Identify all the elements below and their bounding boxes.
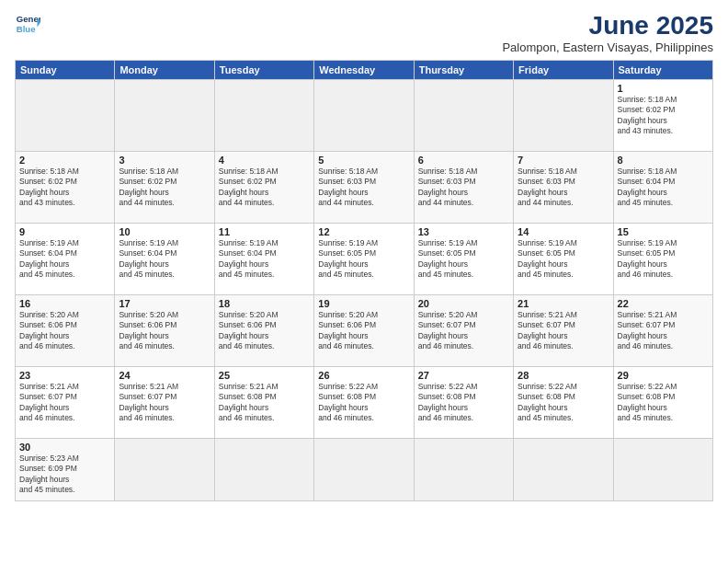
day-info: Sunrise: 5:19 AM Sunset: 6:05 PM Dayligh… — [518, 238, 609, 281]
day-number: 25 — [219, 370, 310, 381]
day-number: 19 — [318, 298, 409, 309]
day-info: Sunrise: 5:19 AM Sunset: 6:05 PM Dayligh… — [318, 238, 409, 281]
table-row: 8 Sunrise: 5:18 AM Sunset: 6:04 PM Dayli… — [613, 152, 712, 224]
day-number: 23 — [19, 370, 110, 381]
col-thursday: Thursday — [414, 61, 513, 80]
day-info: Sunrise: 5:18 AM Sunset: 6:03 PM Dayligh… — [318, 167, 409, 209]
table-row: 15 Sunrise: 5:19 AM Sunset: 6:05 PM Dayl… — [613, 224, 712, 295]
day-number: 14 — [518, 226, 609, 237]
day-number: 12 — [318, 226, 409, 237]
header-row: Sunday Monday Tuesday Wednesday Thursday… — [16, 61, 713, 80]
calendar-table: Sunday Monday Tuesday Wednesday Thursday… — [15, 60, 713, 501]
day-number: 16 — [19, 298, 110, 309]
day-number: 21 — [518, 298, 609, 309]
table-row: 19 Sunrise: 5:20 AM Sunset: 6:06 PM Dayl… — [314, 295, 414, 367]
table-row: 23 Sunrise: 5:21 AM Sunset: 6:07 PM Dayl… — [16, 367, 115, 439]
table-row: 13 Sunrise: 5:19 AM Sunset: 6:05 PM Dayl… — [414, 224, 513, 295]
day-number: 20 — [418, 298, 509, 309]
table-row: 29 Sunrise: 5:22 AM Sunset: 6:08 PM Dayl… — [613, 367, 712, 439]
day-number: 17 — [119, 298, 210, 309]
day-number: 2 — [19, 155, 110, 166]
day-info: Sunrise: 5:18 AM Sunset: 6:03 PM Dayligh… — [518, 167, 609, 209]
day-number: 24 — [119, 370, 210, 381]
table-row — [514, 439, 613, 501]
day-number: 9 — [19, 226, 110, 237]
table-row: 6 Sunrise: 5:18 AM Sunset: 6:03 PM Dayli… — [414, 152, 513, 224]
day-number: 18 — [219, 298, 310, 309]
table-row: 12 Sunrise: 5:19 AM Sunset: 6:05 PM Dayl… — [314, 224, 414, 295]
table-row: 30 Sunrise: 5:23 AM Sunset: 6:09 PM Dayl… — [16, 439, 115, 501]
header: General Blue June 2025 Palompon, Eastern… — [15, 11, 713, 54]
col-tuesday: Tuesday — [214, 61, 313, 80]
table-row: 2 Sunrise: 5:18 AM Sunset: 6:02 PM Dayli… — [16, 152, 115, 224]
table-row: 17 Sunrise: 5:20 AM Sunset: 6:06 PM Dayl… — [115, 295, 214, 367]
table-row: 26 Sunrise: 5:22 AM Sunset: 6:08 PM Dayl… — [314, 367, 414, 439]
col-friday: Friday — [514, 61, 613, 80]
day-info: Sunrise: 5:18 AM Sunset: 6:02 PM Dayligh… — [219, 167, 310, 209]
day-info: Sunrise: 5:19 AM Sunset: 6:05 PM Dayligh… — [418, 238, 509, 281]
table-row: 21 Sunrise: 5:21 AM Sunset: 6:07 PM Dayl… — [514, 295, 613, 367]
table-row: 1 Sunrise: 5:18 AM Sunset: 6:02 PM Dayli… — [613, 80, 712, 152]
day-info: Sunrise: 5:22 AM Sunset: 6:08 PM Dayligh… — [418, 382, 509, 424]
day-info: Sunrise: 5:18 AM Sunset: 6:02 PM Dayligh… — [618, 95, 709, 137]
day-number: 7 — [518, 155, 609, 166]
table-row — [115, 439, 214, 501]
day-number: 1 — [618, 83, 709, 94]
subtitle: Palompon, Eastern Visayas, Philippines — [502, 40, 713, 54]
day-number: 22 — [618, 298, 709, 309]
day-info: Sunrise: 5:21 AM Sunset: 6:07 PM Dayligh… — [19, 382, 110, 424]
logo: General Blue — [15, 11, 40, 37]
table-row: 10 Sunrise: 5:19 AM Sunset: 6:04 PM Dayl… — [115, 224, 214, 295]
day-info: Sunrise: 5:20 AM Sunset: 6:06 PM Dayligh… — [219, 310, 310, 352]
svg-text:Blue: Blue — [17, 24, 36, 34]
day-info: Sunrise: 5:21 AM Sunset: 6:08 PM Dayligh… — [219, 382, 310, 424]
day-info: Sunrise: 5:19 AM Sunset: 6:04 PM Dayligh… — [119, 238, 210, 281]
day-number: 10 — [119, 226, 210, 237]
table-row — [16, 80, 115, 152]
day-info: Sunrise: 5:22 AM Sunset: 6:08 PM Dayligh… — [618, 382, 709, 424]
day-info: Sunrise: 5:21 AM Sunset: 6:07 PM Dayligh… — [618, 310, 709, 352]
day-info: Sunrise: 5:21 AM Sunset: 6:07 PM Dayligh… — [119, 382, 210, 424]
table-row — [414, 439, 513, 501]
day-info: Sunrise: 5:18 AM Sunset: 6:02 PM Dayligh… — [119, 167, 210, 209]
day-info: Sunrise: 5:20 AM Sunset: 6:06 PM Dayligh… — [119, 310, 210, 352]
table-row — [314, 80, 414, 152]
table-row: 16 Sunrise: 5:20 AM Sunset: 6:06 PM Dayl… — [16, 295, 115, 367]
day-info: Sunrise: 5:22 AM Sunset: 6:08 PM Dayligh… — [318, 382, 409, 424]
table-row: 4 Sunrise: 5:18 AM Sunset: 6:02 PM Dayli… — [214, 152, 313, 224]
day-info: Sunrise: 5:19 AM Sunset: 6:04 PM Dayligh… — [19, 238, 110, 281]
day-number: 15 — [618, 226, 709, 237]
day-number: 26 — [318, 370, 409, 381]
table-row: 22 Sunrise: 5:21 AM Sunset: 6:07 PM Dayl… — [613, 295, 712, 367]
table-row: 3 Sunrise: 5:18 AM Sunset: 6:02 PM Dayli… — [115, 152, 214, 224]
day-number: 5 — [318, 155, 409, 166]
day-info: Sunrise: 5:18 AM Sunset: 6:03 PM Dayligh… — [418, 167, 509, 209]
main-title: June 2025 — [502, 11, 713, 40]
day-number: 28 — [518, 370, 609, 381]
table-row — [115, 80, 214, 152]
table-row — [514, 80, 613, 152]
day-number: 29 — [618, 370, 709, 381]
day-number: 13 — [418, 226, 509, 237]
col-sunday: Sunday — [16, 61, 115, 80]
table-row — [214, 80, 313, 152]
day-number: 3 — [119, 155, 210, 166]
table-row — [613, 439, 712, 501]
day-info: Sunrise: 5:18 AM Sunset: 6:02 PM Dayligh… — [19, 167, 110, 209]
day-number: 6 — [418, 155, 509, 166]
table-row: 28 Sunrise: 5:22 AM Sunset: 6:08 PM Dayl… — [514, 367, 613, 439]
table-row: 7 Sunrise: 5:18 AM Sunset: 6:03 PM Dayli… — [514, 152, 613, 224]
day-info: Sunrise: 5:20 AM Sunset: 6:07 PM Dayligh… — [418, 310, 509, 352]
table-row: 9 Sunrise: 5:19 AM Sunset: 6:04 PM Dayli… — [16, 224, 115, 295]
table-row: 25 Sunrise: 5:21 AM Sunset: 6:08 PM Dayl… — [214, 367, 313, 439]
table-row: 18 Sunrise: 5:20 AM Sunset: 6:06 PM Dayl… — [214, 295, 313, 367]
table-row — [314, 439, 414, 501]
table-row: 27 Sunrise: 5:22 AM Sunset: 6:08 PM Dayl… — [414, 367, 513, 439]
day-number: 30 — [19, 442, 110, 453]
logo-icon: General Blue — [15, 11, 40, 37]
col-monday: Monday — [115, 61, 214, 80]
day-info: Sunrise: 5:19 AM Sunset: 6:05 PM Dayligh… — [618, 238, 709, 281]
col-wednesday: Wednesday — [314, 61, 414, 80]
table-row — [414, 80, 513, 152]
table-row: 14 Sunrise: 5:19 AM Sunset: 6:05 PM Dayl… — [514, 224, 613, 295]
